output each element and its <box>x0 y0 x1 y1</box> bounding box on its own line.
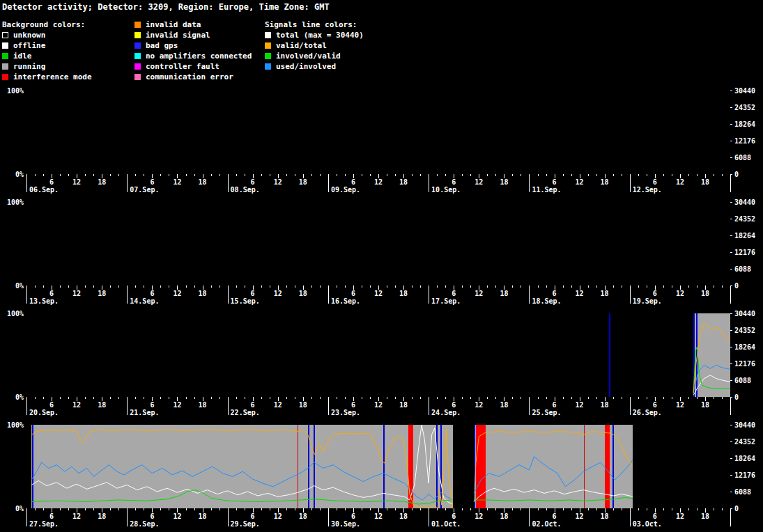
date-label: 09.Sep. <box>331 186 360 194</box>
hour-tick-label: 12 <box>576 513 584 520</box>
date-label: 15.Sep. <box>231 297 260 305</box>
x-axis: 6121861218612186121861218612186121806.Se… <box>26 174 731 194</box>
y-axis-left: 100%0% <box>7 87 24 178</box>
legend-swatch <box>134 22 141 28</box>
background-bands <box>26 425 730 508</box>
hour-tick-label: 6 <box>552 178 556 186</box>
hour-tick-label: 6 <box>452 178 456 186</box>
day-boundary-tick <box>127 508 128 526</box>
legend-swatch <box>134 74 141 80</box>
day-boundary-tick <box>26 285 27 304</box>
date-label: 12.Sep. <box>633 186 662 194</box>
y-left-bottom-label: 0% <box>15 282 24 290</box>
activity-chart-week-4: 100%0%3044024352182641217660880612186121… <box>0 421 763 530</box>
hour-tick-label: 6 <box>351 178 355 186</box>
y-axis-right: 3044024352182641217660880 <box>730 198 755 290</box>
background-bands <box>26 202 730 285</box>
vline-bad-gps <box>32 425 33 508</box>
legend-swatch <box>134 53 141 59</box>
band-unknown <box>26 425 31 508</box>
legend-item: invalid signal <box>134 30 265 40</box>
date-label: 16.Sep. <box>331 297 360 305</box>
hour-tick-label: 18 <box>198 290 206 297</box>
vline-bad-gps <box>609 313 610 397</box>
y-right-tick-label: 6088 <box>734 488 751 496</box>
legend-swatch <box>265 63 271 70</box>
x-axis: 6121861218612186121861218612186121827.Se… <box>26 508 731 528</box>
day-boundary-tick <box>730 174 731 192</box>
hour-tick-label: 6 <box>251 178 255 186</box>
hour-tick-label: 18 <box>500 290 508 297</box>
hour-tick-label: 6 <box>452 401 456 409</box>
legend-item: interference mode <box>2 72 134 82</box>
date-label: 08.Sep. <box>231 186 260 194</box>
legend-item: communication error <box>134 72 265 82</box>
band-interference-mode <box>298 425 298 508</box>
y-axis-left: 100%0% <box>7 421 24 513</box>
background-bands <box>26 313 730 397</box>
hour-tick-label: 18 <box>98 401 106 409</box>
day-boundary-tick <box>630 508 631 526</box>
day-boundary-tick <box>529 285 530 304</box>
hour-tick-label: 12 <box>475 401 483 409</box>
hour-tick-label: 6 <box>653 290 657 297</box>
y-right-tick-label: 30440 <box>734 310 755 318</box>
band-unknown <box>26 202 730 285</box>
y-right-tick-label: 12176 <box>734 471 755 479</box>
activity-chart-week-2: 100%0%3044024352182641217660880612186121… <box>0 198 763 307</box>
y-right-tick-label: 24352 <box>734 438 755 446</box>
hour-tick-label: 18 <box>500 178 508 186</box>
legend-label: invalid signal <box>146 31 210 40</box>
hour-tick-label: 18 <box>198 178 206 186</box>
day-boundary-tick <box>328 508 329 526</box>
legend-label: offline <box>13 41 45 50</box>
x-axis: 6121861218612186121861218612186121813.Se… <box>26 285 731 305</box>
legend-label: bad gps <box>146 41 178 50</box>
legend-label: idle <box>13 52 32 61</box>
x-axis: 6121861218612186121861218612186121820.Se… <box>26 397 731 416</box>
legend-item: involved/valid <box>265 51 364 61</box>
y-left-top-label: 100% <box>7 421 24 429</box>
hour-tick-label: 12 <box>475 290 483 297</box>
hour-tick-label: 12 <box>475 178 483 186</box>
day-boundary-tick <box>730 508 731 526</box>
y-right-tick-label: 12176 <box>734 249 755 256</box>
day-boundary-tick <box>630 174 631 192</box>
date-label: 06.Sep. <box>29 186 59 194</box>
y-right-tick-label: 0 <box>734 393 739 401</box>
hour-tick-label: 6 <box>552 401 556 409</box>
legend-item: offline <box>2 40 134 51</box>
day-boundary-tick <box>127 174 128 192</box>
hour-tick-label: 18 <box>98 513 106 520</box>
legend-label: no amplifiers connected <box>146 52 252 61</box>
background-bands <box>26 91 730 174</box>
hour-tick-label: 12 <box>173 401 181 409</box>
legend-swatch <box>134 42 141 49</box>
legend-item: valid/total <box>265 40 364 51</box>
legend-column-title: Background colors: <box>2 19 134 30</box>
hour-tick-label: 18 <box>98 290 106 297</box>
y-axis-right: 3044024352182641217660880 <box>730 310 755 401</box>
legend-label: communication error <box>146 72 233 81</box>
band-unknown <box>26 91 730 174</box>
hour-tick-label: 6 <box>150 513 154 520</box>
band-running <box>693 313 730 397</box>
date-label: 07.Sep. <box>130 186 159 194</box>
date-label: 11.Sep. <box>532 186 561 194</box>
date-label: 13.Sep. <box>29 297 59 305</box>
legend-label: used/involved <box>276 62 336 71</box>
band-interference-mode <box>605 425 610 508</box>
hour-tick-label: 12 <box>676 513 684 520</box>
day-boundary-tick <box>630 397 631 415</box>
legend-column-3: Signals line colors:total (max = 30440)v… <box>265 19 364 82</box>
day-boundary-tick <box>529 174 530 192</box>
legend-label: involved/valid <box>276 52 341 61</box>
hour-tick-label: 12 <box>374 513 383 520</box>
band-interference-mode <box>584 425 585 508</box>
y-axis-left: 100%0% <box>7 198 24 290</box>
legend-column-2: invalid datainvalid signalbad gpsno ampl… <box>134 19 265 82</box>
day-boundary-tick <box>127 397 128 415</box>
hour-tick-label: 12 <box>173 290 181 297</box>
legend-swatch <box>265 32 271 38</box>
legend-item: total (max = 30440) <box>265 30 364 40</box>
